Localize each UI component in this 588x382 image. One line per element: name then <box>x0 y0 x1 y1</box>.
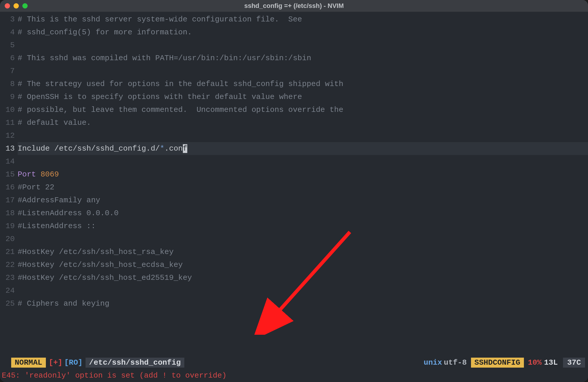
line-content[interactable] <box>18 284 588 297</box>
line-number-gutter: 18 <box>0 207 18 220</box>
keyword-text: Port <box>18 170 41 179</box>
statusline: NORMAL [+] [RO] /etc/ssh/sshd_config uni… <box>0 356 588 369</box>
editor-area[interactable]: 3# This is the sshd server system-wide c… <box>0 12 588 356</box>
scroll-percent: 10% <box>528 358 542 367</box>
line-content[interactable]: #AddressFamily any <box>18 194 588 207</box>
line-content[interactable] <box>18 39 588 52</box>
line-number-gutter: 23 <box>0 271 18 284</box>
editor-line[interactable]: 17#AddressFamily any <box>0 194 588 207</box>
comment-text: # This is the sshd server system-wide co… <box>18 15 302 24</box>
editor-line[interactable]: 24 <box>0 284 588 297</box>
line-content[interactable] <box>18 65 588 78</box>
editor-line[interactable]: 12 <box>0 129 588 142</box>
editor-line[interactable]: 14 <box>0 155 588 168</box>
line-number-gutter: 16 <box>0 181 18 194</box>
line-number-gutter: 4 <box>0 26 18 39</box>
editor-line[interactable]: 5 <box>0 39 588 52</box>
comment-text: #ListenAddress 0.0.0.0 <box>18 209 118 218</box>
editor-line[interactable]: 21#HostKey /etc/ssh/ssh_host_rsa_key <box>0 245 588 258</box>
line-number-gutter: 6 <box>0 52 18 65</box>
line-number-gutter: 8 <box>0 78 18 90</box>
encoding: utf-8 <box>444 358 467 367</box>
editor-line[interactable]: 22#HostKey /etc/ssh/ssh_host_ecdsa_key <box>0 258 588 271</box>
line-number-gutter: 12 <box>0 129 18 142</box>
line-content[interactable]: # possible, but leave them commented. Un… <box>18 103 588 116</box>
comment-text: #HostKey /etc/ssh/ssh_host_ed25519_key <box>18 273 192 282</box>
editor-line[interactable]: 16#Port 22 <box>0 181 588 194</box>
comment-text: #Port 22 <box>18 183 54 192</box>
line-content[interactable]: # The strategy used for options in the d… <box>18 78 588 90</box>
number-text: 8069 <box>41 170 59 179</box>
line-content[interactable]: # This sshd was compiled with PATH=/usr/… <box>18 52 588 65</box>
line-content[interactable]: #HostKey /etc/ssh/ssh_host_ecdsa_key <box>18 258 588 271</box>
comment-text: # Ciphers and keying <box>18 299 109 308</box>
command-line[interactable]: E45: 'readonly' option is set (add ! to … <box>0 369 588 382</box>
line-content[interactable]: # OpenSSH is to specify options with the… <box>18 90 588 103</box>
editor-line[interactable]: 3# This is the sshd server system-wide c… <box>0 13 588 26</box>
path-text: Include /etc/ssh/sshd_config.d/ <box>18 144 160 153</box>
window-title: sshd_config =+ (/etc/ssh) - NVIM <box>0 2 588 10</box>
readonly-flag: [RO] <box>64 358 82 367</box>
line-content[interactable]: # Ciphers and keying <box>18 297 588 310</box>
path-text: .con <box>164 144 183 153</box>
editor-line[interactable]: 6# This sshd was compiled with PATH=/usr… <box>0 52 588 65</box>
titlebar: sshd_config =+ (/etc/ssh) - NVIM <box>0 0 588 12</box>
editor-line[interactable]: 9# OpenSSH is to specify options with th… <box>0 90 588 103</box>
line-number-gutter: 24 <box>0 284 18 297</box>
comment-text: # This sshd was compiled with PATH=/usr/… <box>18 54 311 63</box>
line-content[interactable] <box>18 233 588 245</box>
editor-line[interactable]: 20 <box>0 233 588 245</box>
line-content[interactable]: Include /etc/ssh/sshd_config.d/*.conf <box>18 142 588 155</box>
line-content[interactable] <box>18 129 588 142</box>
comment-text: # sshd_config(5) for more information. <box>18 28 192 37</box>
cursor: f <box>183 144 188 153</box>
line-number-gutter: 20 <box>0 233 18 245</box>
line-content[interactable]: #ListenAddress :: <box>18 220 588 233</box>
editor-line[interactable]: 19#ListenAddress :: <box>0 220 588 233</box>
line-content[interactable] <box>18 155 588 168</box>
line-number-gutter: 11 <box>0 116 18 129</box>
column-number: 37C <box>563 358 585 368</box>
line-number-gutter: 10 <box>0 103 18 116</box>
line-number-gutter: 14 <box>0 155 18 168</box>
line-number-gutter: 3 <box>0 13 18 26</box>
editor-line[interactable]: 15Port 8069 <box>0 168 588 181</box>
editor-line[interactable]: 4# sshd_config(5) for more information. <box>0 26 588 39</box>
editor-line[interactable]: 10# possible, but leave them commented. … <box>0 103 588 116</box>
comment-text: #HostKey /etc/ssh/ssh_host_rsa_key <box>18 248 174 256</box>
line-content[interactable]: Port 8069 <box>18 168 588 181</box>
line-content[interactable]: # sshd_config(5) for more information. <box>18 26 588 39</box>
line-number-gutter: 22 <box>0 258 18 271</box>
line-number-gutter: 17 <box>0 194 18 207</box>
comment-text: #ListenAddress :: <box>18 222 96 230</box>
editor-line[interactable]: 18#ListenAddress 0.0.0.0 <box>0 207 588 220</box>
comment-text: # The strategy used for options in the d… <box>18 80 343 88</box>
modified-flag: [+] <box>49 358 63 367</box>
line-number: 13L <box>544 358 558 367</box>
line-content[interactable]: #HostKey /etc/ssh/ssh_host_ed25519_key <box>18 271 588 284</box>
editor-line[interactable]: 11# default value. <box>0 116 588 129</box>
line-content[interactable]: #ListenAddress 0.0.0.0 <box>18 207 588 220</box>
editor-line[interactable]: 8# The strategy used for options in the … <box>0 78 588 90</box>
editor-line[interactable]: 7 <box>0 65 588 78</box>
line-content[interactable]: #Port 22 <box>18 181 588 194</box>
file-path: /etc/ssh/sshd_config <box>86 358 184 368</box>
editor-line[interactable]: 23#HostKey /etc/ssh/ssh_host_ed25519_key <box>0 271 588 284</box>
comment-text: #AddressFamily any <box>18 196 100 205</box>
traffic-lights <box>5 3 28 9</box>
line-number-gutter: 21 <box>0 245 18 258</box>
editor-line[interactable]: 25# Ciphers and keying <box>0 297 588 310</box>
line-content[interactable]: #HostKey /etc/ssh/ssh_host_rsa_key <box>18 245 588 258</box>
minimize-icon[interactable] <box>14 3 19 9</box>
filetype: SSHDCONFIG <box>471 358 524 368</box>
line-content[interactable]: # This is the sshd server system-wide co… <box>18 13 588 26</box>
line-number-gutter: 19 <box>0 220 18 233</box>
line-number-gutter: 7 <box>0 65 18 78</box>
line-content[interactable]: # default value. <box>18 116 588 129</box>
close-icon[interactable] <box>5 3 10 9</box>
editor-line[interactable]: 13Include /etc/ssh/sshd_config.d/*.conf <box>0 142 588 155</box>
comment-text: # OpenSSH is to specify options with the… <box>18 92 302 101</box>
comment-text: # default value. <box>18 118 91 127</box>
zoom-icon[interactable] <box>22 3 28 9</box>
mode-indicator: NORMAL <box>11 358 46 368</box>
